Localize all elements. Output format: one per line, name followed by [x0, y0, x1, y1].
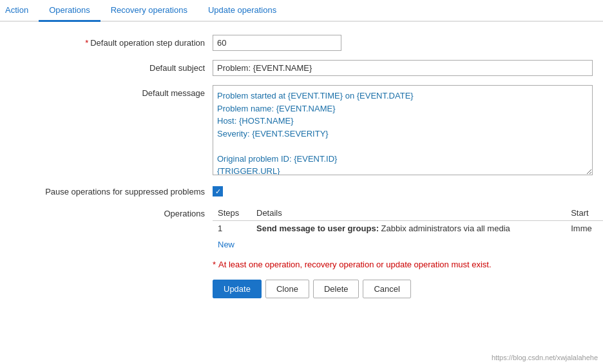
message-label: Default message	[13, 85, 213, 98]
subject-row: Default subject	[13, 60, 603, 76]
warning-text: At least one operation, recovery operati…	[218, 260, 491, 269]
content-area: *Default operation step duration Default…	[0, 22, 603, 311]
pause-checkbox[interactable]	[213, 186, 223, 196]
subject-input[interactable]	[213, 60, 593, 76]
operations-label: Operations	[13, 206, 213, 218]
watermark: https://blog.csdn.net/xwjalalahehe	[492, 354, 598, 361]
pause-row: Pause operations for suppressed problems	[13, 186, 603, 196]
update-button[interactable]: Update	[213, 280, 262, 298]
subject-label: Default subject	[13, 60, 213, 73]
tab-operations[interactable]: Operations	[39, 0, 100, 22]
step-duration-row: *Default operation step duration	[13, 35, 603, 51]
message-textarea[interactable]: Problem started at {EVENT.TIME} on {EVEN…	[213, 85, 593, 175]
subject-field	[213, 60, 603, 76]
clone-button[interactable]: Clone	[265, 280, 309, 298]
operations-table: Steps Details Start 1 Send message to us…	[213, 206, 603, 236]
row-steps: 1	[213, 221, 251, 236]
operations-row: Operations Steps Details Start 1 Send me…	[13, 206, 603, 251]
tab-action[interactable]: Action	[0, 0, 39, 22]
step-duration-field	[213, 35, 603, 51]
col-steps: Steps	[213, 206, 251, 221]
row-details: Send message to user groups: Zabbix admi…	[251, 221, 566, 236]
row-start: Imme	[566, 221, 603, 236]
message-field: Problem started at {EVENT.TIME} on {EVEN…	[213, 85, 603, 177]
tab-recovery-operations[interactable]: Recovery operations	[100, 0, 198, 22]
required-star: *	[85, 38, 88, 48]
message-row: Default message Problem started at {EVEN…	[13, 85, 603, 177]
new-operation-link[interactable]: New	[213, 238, 240, 251]
cancel-button[interactable]: Cancel	[363, 280, 410, 298]
warning-row: * At least one operation, recovery opera…	[13, 260, 603, 269]
buttons-row: Update Clone Delete Cancel	[13, 280, 603, 298]
warning-star: *	[213, 260, 216, 269]
col-start: Start	[566, 206, 603, 221]
operations-table-wrap: Steps Details Start 1 Send message to us…	[213, 206, 603, 251]
step-duration-input[interactable]	[213, 35, 341, 51]
pause-label: Pause operations for suppressed problems	[13, 187, 213, 196]
step-duration-label: *Default operation step duration	[13, 35, 213, 48]
tab-update-operations[interactable]: Update operations	[198, 0, 287, 22]
col-details: Details	[251, 206, 566, 221]
table-row: 1 Send message to user groups: Zabbix ad…	[213, 221, 603, 236]
tabs-bar: Action Operations Recovery operations Up…	[0, 0, 603, 22]
delete-button[interactable]: Delete	[313, 280, 359, 298]
